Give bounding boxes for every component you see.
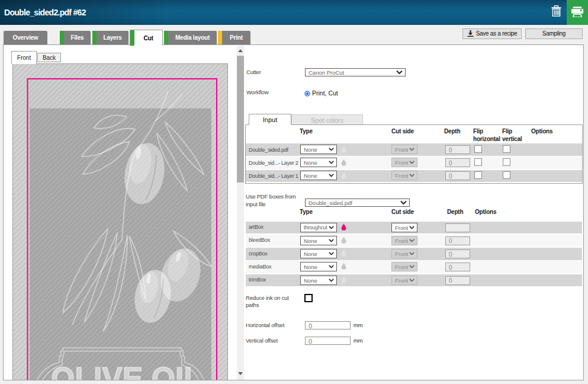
svg-text:OLIVE OIL: OLIVE OIL <box>51 360 203 380</box>
